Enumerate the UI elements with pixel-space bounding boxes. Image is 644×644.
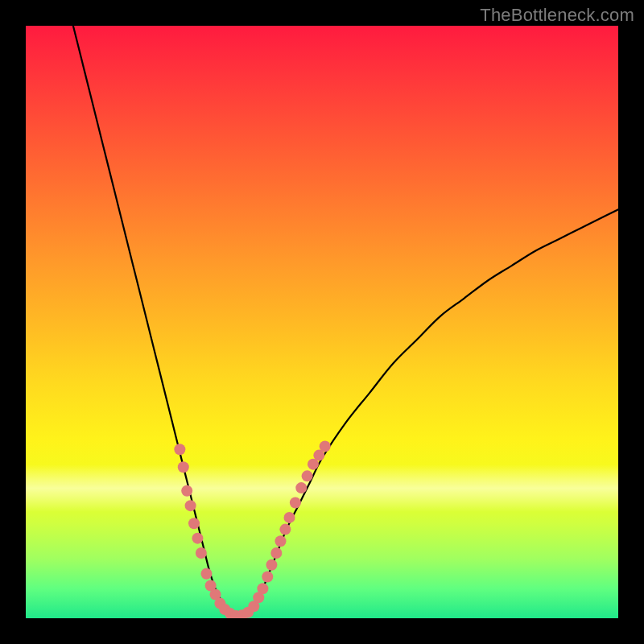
curve-marker — [188, 518, 200, 529]
curve-marker — [185, 500, 196, 511]
watermark-label: TheBottleneck.com — [480, 5, 634, 26]
curve-marker — [262, 571, 273, 582]
curve-marker — [302, 470, 313, 481]
curve-marker — [200, 568, 212, 580]
curve-marker — [270, 547, 282, 559]
curve-marker — [320, 441, 331, 452]
curve-marker — [266, 559, 277, 571]
curve-markers — [174, 441, 330, 618]
curve-marker — [279, 524, 291, 535]
bottleneck-curve — [73, 26, 618, 617]
curve-marker — [174, 444, 185, 455]
curve-marker — [284, 512, 295, 523]
curve-marker — [295, 482, 307, 493]
curve-marker — [275, 535, 286, 547]
chart-stage: TheBottleneck.com — [0, 0, 644, 644]
plot-area — [26, 26, 618, 618]
curve-marker — [290, 497, 301, 508]
curve-svg — [26, 26, 618, 618]
curve-marker — [192, 533, 203, 544]
curve-marker — [257, 583, 268, 594]
curve-marker — [178, 461, 189, 473]
curve-marker — [196, 547, 207, 559]
curve-marker — [181, 485, 192, 497]
